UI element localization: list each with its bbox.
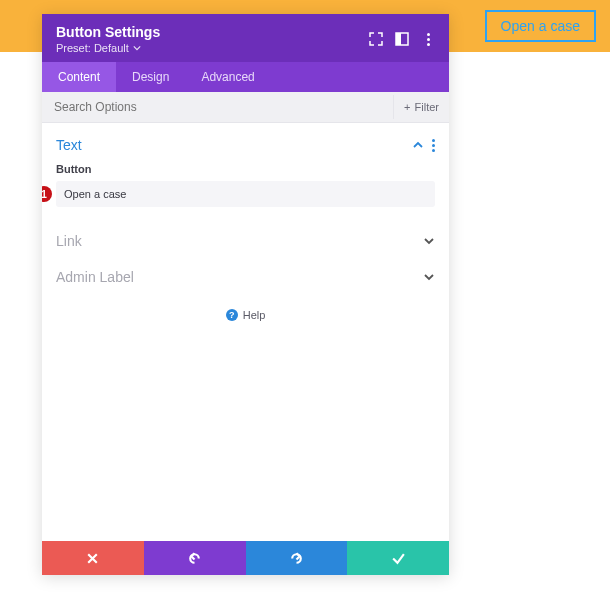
save-button[interactable] (347, 541, 449, 575)
chevron-up-icon (412, 139, 424, 151)
chevron-down-icon (423, 235, 435, 247)
open-case-preview-button[interactable]: Open a case (485, 10, 596, 42)
svg-rect-1 (396, 33, 401, 45)
settings-panel: Button Settings Preset: Default Content … (42, 14, 449, 575)
panel-titles: Button Settings Preset: Default (56, 24, 160, 54)
section-more-icon[interactable] (432, 139, 435, 152)
plus-icon: + (404, 101, 410, 113)
panel-header: Button Settings Preset: Default (42, 14, 449, 62)
preset-selector[interactable]: Preset: Default (56, 42, 160, 54)
search-row: + Filter (42, 92, 449, 123)
step-marker-1: 1 (42, 186, 52, 202)
panel-title: Button Settings (56, 24, 160, 40)
undo-button[interactable] (144, 541, 246, 575)
section-admin-label: Admin Label (42, 253, 449, 289)
tab-design[interactable]: Design (116, 62, 185, 92)
section-admin-header[interactable]: Admin Label (56, 269, 435, 285)
more-icon[interactable] (421, 32, 435, 46)
help-link[interactable]: ? Help (42, 309, 449, 321)
undo-icon (187, 551, 202, 566)
section-text-header[interactable]: Text (56, 137, 435, 153)
panel-footer (42, 541, 449, 575)
button-text-input[interactable] (56, 181, 435, 207)
section-text-title: Text (56, 137, 82, 153)
redo-button[interactable] (246, 541, 348, 575)
cancel-button[interactable] (42, 541, 144, 575)
section-text: Text Button 1 (42, 123, 449, 217)
panel-body: Text Button 1 Link Admin Label (42, 123, 449, 541)
expand-icon[interactable] (369, 32, 383, 46)
redo-icon (289, 551, 304, 566)
section-link-header[interactable]: Link (56, 233, 435, 249)
button-field-row: 1 (56, 181, 435, 207)
chevron-down-icon (133, 44, 141, 52)
filter-button[interactable]: + Filter (393, 95, 449, 119)
tab-advanced[interactable]: Advanced (185, 62, 270, 92)
tabs: Content Design Advanced (42, 62, 449, 92)
button-field-label: Button (56, 163, 435, 175)
close-icon (85, 551, 100, 566)
section-link-title: Link (56, 233, 82, 249)
snap-icon[interactable] (395, 32, 409, 46)
section-link: Link (42, 217, 449, 253)
filter-label: Filter (415, 101, 439, 113)
header-actions (369, 32, 435, 46)
help-icon: ? (226, 309, 238, 321)
help-label: Help (243, 309, 266, 321)
search-input[interactable] (42, 92, 393, 122)
chevron-down-icon (423, 271, 435, 283)
check-icon (391, 551, 406, 566)
tab-content[interactable]: Content (42, 62, 116, 92)
section-admin-title: Admin Label (56, 269, 134, 285)
preset-label: Preset: Default (56, 42, 129, 54)
